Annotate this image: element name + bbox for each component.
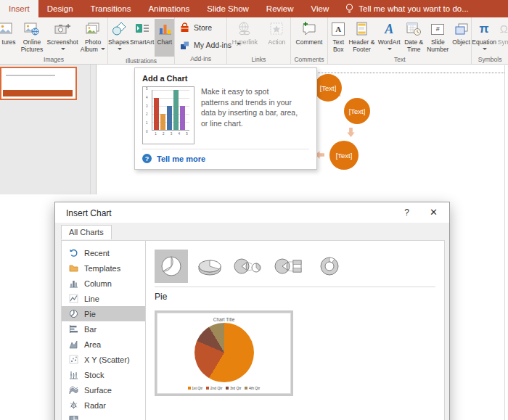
slide-number-button[interactable]: # Slide Number xyxy=(426,19,450,55)
group-images: tures Online Pictures Screenshot Photo A… xyxy=(0,17,108,64)
tab-review[interactable]: Review xyxy=(258,0,303,17)
category-recent[interactable]: Recent xyxy=(62,245,145,260)
group-add-ins: Store My Add-ins Add-ins xyxy=(175,17,227,64)
subtype-divider xyxy=(155,287,435,287)
slide-right-edge xyxy=(504,65,505,420)
mini-y-axis: 543210 xyxy=(146,87,148,133)
category-pie[interactable]: Pie xyxy=(62,306,145,321)
chart-category-list: Recent Templates Column Line Pie Bar Are… xyxy=(62,241,146,420)
dialog-content: Pie Chart Title 1st Qtr 2nd Qtr 3rd Qtr … xyxy=(146,241,444,420)
stock-icon xyxy=(69,370,78,379)
equation-label: Equation xyxy=(472,39,496,54)
online-pictures-button[interactable]: Online Pictures xyxy=(17,19,46,55)
screenshot-icon xyxy=(54,20,71,38)
tab-transitions[interactable]: Transitions xyxy=(82,0,140,17)
chart-icon xyxy=(156,20,173,38)
action-icon xyxy=(268,20,285,38)
legend-item: 1st Qtr xyxy=(188,386,203,390)
tab-view[interactable]: View xyxy=(303,0,338,17)
subtype-pie[interactable] xyxy=(155,250,188,283)
wordart-label: WordArt xyxy=(378,39,401,54)
tab-design[interactable]: Design xyxy=(38,0,82,17)
category-templates[interactable]: Templates xyxy=(62,260,145,276)
mini-y-tick: 0 xyxy=(146,130,148,133)
hyperlink-button: Hyperlink xyxy=(228,19,261,55)
ribbon: tures Online Pictures Screenshot Photo A… xyxy=(0,17,508,65)
comment-button[interactable]: Comment xyxy=(292,19,326,55)
mini-y-tick: 3 xyxy=(146,104,148,108)
header-footer-button[interactable]: Header & Footer xyxy=(348,19,375,55)
equation-button[interactable]: π Equation xyxy=(472,19,496,55)
slide-thumbnail-1[interactable] xyxy=(0,67,77,100)
area-icon xyxy=(69,339,78,349)
category-area[interactable]: Area xyxy=(62,337,145,352)
subtype-doughnut[interactable] xyxy=(313,250,346,283)
lightbulb-icon xyxy=(345,3,354,15)
dialog-close-button[interactable]: ✕ xyxy=(430,207,438,218)
tab-insert[interactable]: Insert xyxy=(0,0,38,17)
date-time-icon xyxy=(405,20,422,38)
tell-me-more-link[interactable]: Tell me more xyxy=(157,155,205,163)
legend-item: 2nd Qtr xyxy=(206,386,222,390)
action-label: Action xyxy=(269,39,286,46)
mini-x-axis: 12345 xyxy=(153,132,189,136)
hyperlink-label: Hyperlink xyxy=(232,39,258,46)
text-box-button[interactable]: A Text Box xyxy=(329,19,347,55)
category-radar[interactable]: Radar xyxy=(62,398,145,413)
category-surface[interactable]: Surface xyxy=(62,382,145,398)
shapes-button[interactable]: Shapes xyxy=(108,19,129,55)
store-button[interactable]: Store xyxy=(176,19,215,36)
smartart-node-2[interactable]: [Text] xyxy=(344,98,370,124)
chart-button[interactable]: Chart xyxy=(155,19,174,57)
smartart-node-3[interactable]: [Text] xyxy=(329,141,359,170)
date-time-button[interactable]: Date & Time xyxy=(403,19,425,55)
category-line[interactable]: Line xyxy=(62,291,145,306)
symbol-omega-icon: Ω xyxy=(500,20,508,38)
store-label: Store xyxy=(194,23,212,32)
hyperlink-icon xyxy=(236,20,253,38)
group-comments: Comment Comments xyxy=(291,17,329,64)
mini-x-tick: 5 xyxy=(186,132,188,136)
category-scatter[interactable]: X Y (Scatter) xyxy=(62,352,145,367)
insert-chart-dialog: Insert Chart ? ✕ All Charts Recent Templ… xyxy=(54,202,450,420)
smartart-node-1[interactable]: [Text] xyxy=(314,74,342,102)
pie-legend: 1st Qtr 2nd Qtr 3rd Qtr 4th Qtr xyxy=(157,386,290,390)
group-label-comments: Comments xyxy=(291,55,328,64)
category-bar[interactable]: Bar xyxy=(62,321,145,337)
category-stock[interactable]: Stock xyxy=(62,367,145,382)
subtype-pie-of-pie[interactable] xyxy=(232,250,265,283)
store-icon xyxy=(179,22,190,33)
placeholder-dotted-border xyxy=(318,73,504,73)
subtype-3d-pie[interactable] xyxy=(195,250,224,283)
category-partial[interactable] xyxy=(62,413,145,420)
legend-item: 3rd Qtr xyxy=(226,386,241,390)
group-label-images: Images xyxy=(0,55,107,64)
pictures-button[interactable]: tures xyxy=(0,19,17,55)
dialog-help-button[interactable]: ? xyxy=(404,207,409,218)
group-label-text: Text xyxy=(328,55,471,64)
subtype-bar-of-pie[interactable] xyxy=(272,250,306,283)
pie-chart-preview[interactable]: Chart Title 1st Qtr 2nd Qtr 3rd Qtr 4th … xyxy=(155,310,293,396)
help-icon[interactable]: ? xyxy=(142,154,152,163)
object-button[interactable]: Object xyxy=(451,19,471,55)
category-column[interactable]: Column xyxy=(62,276,145,291)
smartart-arrow-2[interactable] xyxy=(345,127,356,138)
group-illustrations: Shapes SmartArt Chart Illustrations xyxy=(108,17,175,64)
slide-number-icon: # xyxy=(431,20,444,38)
mini-y-tick: 5 xyxy=(146,87,148,91)
tab-slide-show[interactable]: Slide Show xyxy=(198,0,258,17)
thumbnail-title-line xyxy=(6,75,55,76)
scatter-icon xyxy=(69,355,78,364)
tab-all-charts[interactable]: All Charts xyxy=(61,225,112,239)
tab-animations[interactable]: Animations xyxy=(139,0,198,17)
date-time-label: Date & Time xyxy=(403,39,425,54)
tell-me-box[interactable]: Tell me what you want to do... xyxy=(337,0,476,17)
wordart-button[interactable]: A WordArt xyxy=(377,19,402,55)
photo-album-button[interactable]: Photo Album xyxy=(78,19,107,55)
pictures-icon xyxy=(4,20,14,38)
pie-section-heading: Pie xyxy=(155,292,435,302)
action-button: Action xyxy=(264,19,289,55)
smartart-button[interactable]: SmartArt xyxy=(129,19,155,55)
tooltip-body: Make it easy to spot patterns and trends… xyxy=(201,86,298,144)
screenshot-button[interactable]: Screenshot xyxy=(46,19,78,55)
